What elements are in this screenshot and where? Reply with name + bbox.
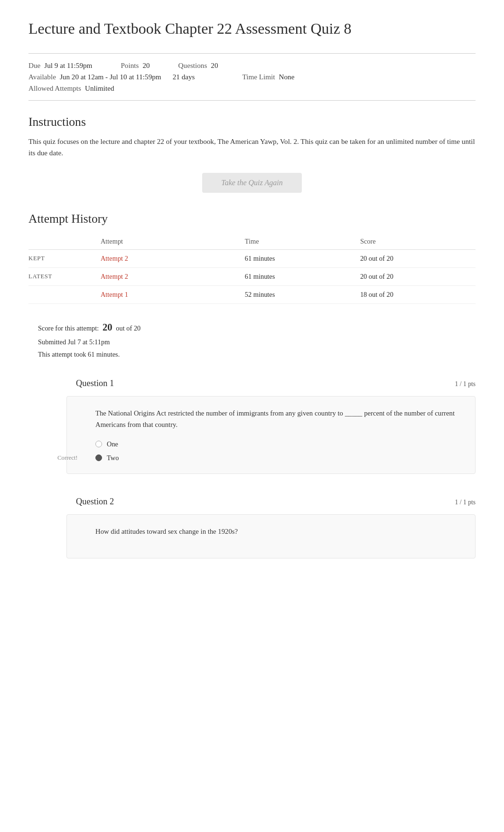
question-header: Question 2 1 / 1 pts — [28, 493, 476, 511]
row-score: 20 out of 20 — [360, 268, 476, 286]
row-time: 52 minutes — [245, 286, 360, 304]
instructions-text: This quiz focuses on the lecture and cha… — [28, 136, 476, 159]
answer-option: Correct!Two — [95, 454, 464, 462]
instructions-heading: Instructions — [28, 115, 476, 129]
page-title: Lecture and Textbook Chapter 22 Assessme… — [28, 19, 476, 39]
question-text: How did attitudes toward sex change in t… — [95, 526, 464, 538]
question-content: The National Origins Act restricted the … — [66, 396, 476, 473]
take-quiz-button[interactable]: Take the Quiz Again — [202, 173, 301, 193]
available-label: Available — [28, 73, 56, 81]
row-score: 18 out of 20 — [360, 286, 476, 304]
attempt-history-heading: Attempt History — [28, 212, 476, 226]
col-header-attempt: Attempt — [101, 234, 245, 250]
instructions-section: Instructions This quiz focuses on the le… — [28, 115, 476, 159]
due-label: Due — [28, 61, 40, 70]
row-label: KEPT — [28, 250, 101, 268]
answer-option: One — [95, 440, 464, 448]
score-line: Score for this attempt: 20 out of 20 — [38, 318, 476, 336]
time-limit-value: None — [279, 73, 295, 81]
score-suffix: out of 20 — [116, 324, 140, 332]
row-score: 20 out of 20 — [360, 250, 476, 268]
option-label: One — [107, 440, 118, 448]
row-attempt[interactable]: Attempt 1 — [101, 286, 245, 304]
question-title: Question 2 — [28, 497, 114, 507]
col-header-score: Score — [360, 234, 476, 250]
option-label: Two — [107, 454, 119, 462]
row-label — [28, 286, 101, 304]
question-block: Question 1 1 / 1 pts The National Origin… — [28, 375, 476, 473]
question-title: Question 1 — [28, 378, 114, 388]
score-value: 20 — [103, 321, 112, 332]
questions-value: 20 — [211, 61, 218, 70]
points-value: 20 — [142, 61, 149, 70]
submitted-line: Submitted Jul 7 at 5:11pm — [38, 336, 476, 349]
questions-label: Questions — [178, 61, 207, 70]
table-row: LATEST Attempt 2 61 minutes 20 out of 20 — [28, 268, 476, 286]
attempts-value: Unlimited — [85, 84, 114, 93]
row-label: LATEST — [28, 268, 101, 286]
attempt-link: Attempt 1 — [101, 291, 128, 298]
time-limit-label: Time Limit — [242, 73, 275, 81]
row-time: 61 minutes — [245, 250, 360, 268]
question-pts: 1 / 1 pts — [455, 499, 476, 506]
attempts-label: Allowed Attempts — [28, 84, 81, 93]
correct-label: Correct! — [57, 454, 78, 462]
row-attempt[interactable]: Attempt 2 — [101, 250, 245, 268]
quiz-meta: Due Jul 9 at 11:59pm Points 20 Questions… — [28, 53, 476, 101]
available-value: Jun 20 at 12am - Jul 10 at 11:59pm — [60, 73, 161, 81]
duration-line: This attempt took 61 minutes. — [38, 349, 476, 361]
question-header: Question 1 1 / 1 pts — [28, 375, 476, 392]
question-pts: 1 / 1 pts — [455, 380, 476, 388]
col-header-label — [28, 234, 101, 250]
question-content: How did attitudes toward sex change in t… — [66, 514, 476, 559]
days-value: 21 days — [173, 73, 195, 81]
attempt-link: Attempt 2 — [101, 255, 128, 262]
attempt-table: Attempt Time Score KEPT Attempt 2 61 min… — [28, 234, 476, 304]
table-row: Attempt 1 52 minutes 18 out of 20 — [28, 286, 476, 304]
table-row: KEPT Attempt 2 61 minutes 20 out of 20 — [28, 250, 476, 268]
question-text: The National Origins Act restricted the … — [95, 408, 464, 430]
score-summary: Score for this attempt: 20 out of 20 Sub… — [38, 318, 476, 360]
score-label: Score for this attempt: — [38, 324, 99, 332]
radio-circle — [95, 441, 102, 447]
radio-circle — [95, 454, 102, 461]
attempt-history-section: Attempt History Attempt Time Score KEPT … — [28, 212, 476, 304]
col-header-time: Time — [245, 234, 360, 250]
question-block: Question 2 1 / 1 pts How did attitudes t… — [28, 493, 476, 559]
due-value: Jul 9 at 11:59pm — [44, 61, 92, 70]
points-label: Points — [121, 61, 139, 70]
take-quiz-wrapper: Take the Quiz Again — [28, 173, 476, 193]
attempt-link: Attempt 2 — [101, 273, 128, 280]
questions-container: Question 1 1 / 1 pts The National Origin… — [28, 375, 476, 558]
row-time: 61 minutes — [245, 268, 360, 286]
row-attempt[interactable]: Attempt 2 — [101, 268, 245, 286]
answer-options: OneCorrect!Two — [95, 440, 464, 462]
